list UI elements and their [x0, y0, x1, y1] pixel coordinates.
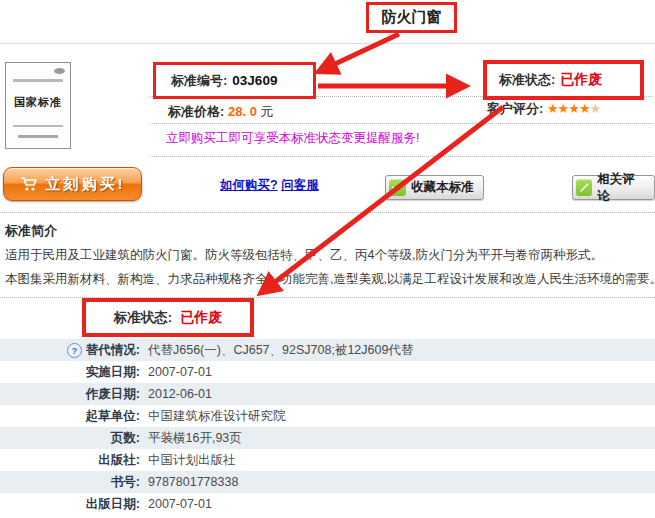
- row-label: 起草单位:: [0, 408, 140, 425]
- annotation-title-box: 防火门窗: [366, 2, 457, 33]
- intro-heading: 标准简介: [5, 222, 57, 240]
- row-value: 2007-07-01: [140, 365, 212, 379]
- table-row: ?替代情况: 代替J656(一)、CJ657、92SJ708;被12J609代替: [0, 339, 655, 361]
- code-label: 标准编号:: [171, 72, 227, 90]
- intro-paragraph: 适用于民用及工业建筑的防火门窗。防火等级包括特、甲、乙、丙4个等级,防火门分为平…: [5, 247, 603, 264]
- favorite-check-icon: [389, 179, 406, 196]
- row-value: 2012-06-01: [140, 387, 212, 401]
- star-icons: ★★★★: [547, 101, 590, 116]
- annotation-status-box-2: 标准状态: 已作废: [82, 298, 254, 337]
- rating-row: 客户评分: ★★★★★: [487, 100, 600, 118]
- row-value: 中国建筑标准设计研究院: [140, 408, 286, 425]
- row-label: 实施日期:: [0, 364, 140, 381]
- row-value: 9787801778338: [140, 475, 238, 489]
- cover-decor: [18, 135, 58, 138]
- buy-now-label: 立刻购买!: [46, 175, 126, 194]
- intro-paragraph: 本图集采用新材料、新构造、力求品种规格齐全、功能完善,造型美观,以满足工程设计发…: [5, 271, 655, 288]
- ask-service-link[interactable]: 问客服: [281, 178, 319, 192]
- table-row: 作废日期: 2012-06-01: [0, 383, 655, 405]
- divider: [0, 212, 655, 213]
- status2-label: 标准状态:: [114, 309, 173, 327]
- annotation-status-box: 标准状态: 已作废: [483, 60, 644, 100]
- promo-text: 立即购买工即可享受本标准状态变更提醒服务!: [166, 130, 419, 147]
- related-comments-button[interactable]: 相关评论: [572, 175, 655, 200]
- price-unit: 元: [261, 104, 274, 119]
- row-value: 2007-07-01: [140, 497, 212, 511]
- price-label: 标准价格:: [168, 104, 224, 119]
- cover-decor: [13, 125, 63, 127]
- buy-now-button[interactable]: 立刻购买!: [3, 167, 142, 201]
- divider: [150, 156, 653, 157]
- table-row: 出版日期: 2007-07-01: [0, 493, 655, 515]
- status-value: 已作废: [560, 71, 602, 89]
- row-label: 出版日期:: [0, 496, 140, 513]
- cover-title: 国家标准: [6, 95, 70, 110]
- cover-decor: [13, 79, 63, 82]
- row-label: 出版社:: [0, 452, 140, 469]
- standard-cover-image: 国家标准: [5, 62, 71, 149]
- annotation-code-box: 标准编号: 03J609: [153, 62, 316, 99]
- header-divider: [0, 43, 655, 44]
- details-table: ?替代情况: 代替J656(一)、CJ657、92SJ708;被12J609代替…: [0, 339, 655, 515]
- row-label: 书号:: [0, 474, 140, 491]
- row-label: 页数:: [0, 430, 140, 447]
- row-value: 平装横16开,93页: [140, 430, 242, 447]
- table-row: 出版社: 中国计划出版社: [0, 449, 655, 471]
- favorite-label: 收藏本标准: [411, 179, 474, 196]
- help-icon[interactable]: ?: [67, 343, 82, 358]
- cart-icon: [20, 176, 38, 192]
- favorite-standard-button[interactable]: 收藏本标准: [385, 175, 484, 200]
- price-value: 28. 0: [228, 104, 257, 119]
- row-value: 中国计划出版社: [140, 452, 236, 469]
- table-row: 书号: 9787801778338: [0, 471, 655, 493]
- table-row: 起草单位: 中国建筑标准设计研究院: [0, 405, 655, 427]
- table-row: 实施日期: 2007-07-01: [0, 361, 655, 383]
- arrow-to-code: [320, 34, 399, 71]
- comments-label: 相关评论: [597, 171, 645, 205]
- divider: [150, 123, 653, 124]
- how-to-buy-link[interactable]: 如何购买?: [220, 178, 278, 192]
- row-value: 代替J656(一)、CJ657、92SJ708;被12J609代替: [140, 342, 413, 359]
- product-page: 防火门窗 国家标准 标准编号: 03J609 标准价格: 28. 0 元 立即购…: [0, 0, 655, 518]
- table-row: 页数: 平装横16开,93页: [0, 427, 655, 449]
- cover-emblem-icon: [54, 68, 65, 74]
- pencil-icon: [576, 179, 592, 196]
- help-links: 如何购买? 问客服: [220, 177, 319, 194]
- code-value: 03J609: [232, 73, 277, 88]
- star-half-icon: ★: [590, 101, 601, 116]
- status-label: 标准状态:: [499, 71, 555, 89]
- rating-label: 客户评分:: [487, 101, 543, 116]
- status2-value: 已作废: [180, 309, 222, 327]
- row-label: 作废日期:: [0, 386, 140, 403]
- annotation-title-label: 防火门窗: [382, 8, 442, 27]
- price-row: 标准价格: 28. 0 元: [168, 103, 274, 121]
- row-label: 替代情况:: [86, 342, 140, 359]
